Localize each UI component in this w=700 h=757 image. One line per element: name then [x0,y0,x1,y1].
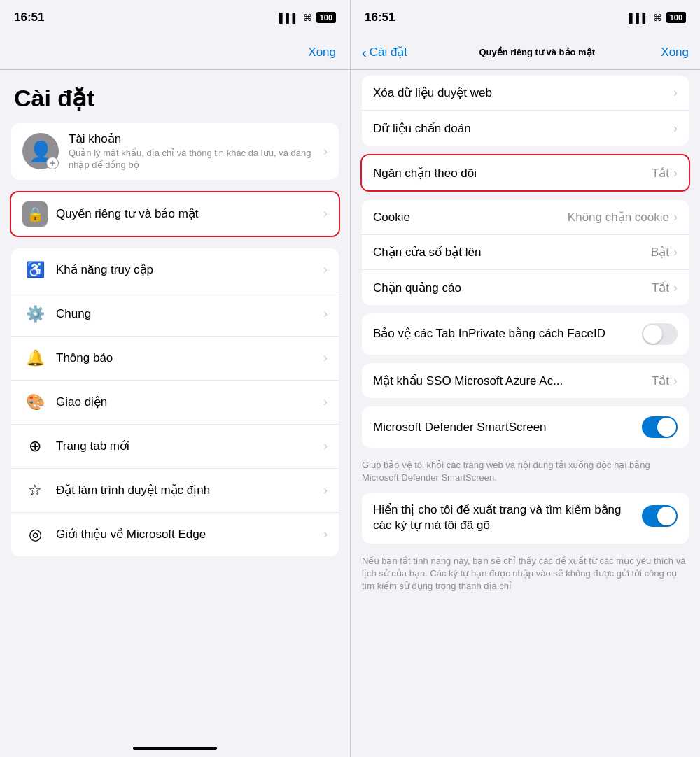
avatar: 👤 + [22,133,59,169]
general-chevron-icon: › [323,306,328,321]
clear-data-label: Xóa dữ liệu duyệt web [373,85,673,100]
bottom-home-indicator [133,747,217,750]
tracking-value: Tắt [652,166,669,181]
diagnostic-chevron-icon: › [673,121,678,136]
accessibility-chevron-icon: › [323,262,328,277]
sso-chevron-icon: › [673,374,678,388]
defender-item: Microsoft Defender SmartScreen [362,406,689,448]
faceid-section: Bảo vệ các Tab InPrivate bằng cách FaceI… [362,313,689,355]
notifications-chevron-icon: › [323,351,328,365]
defender-label: Microsoft Defender SmartScreen [373,420,642,434]
tracking-section-highlighted: Ngăn chặn theo dõi Tắt › [360,154,690,192]
privacy-chevron-icon: › [323,206,328,221]
left-battery-icon: 100 [316,12,336,23]
cookie-section: Cookie Không chặn cookie › Chặn cửa sổ b… [362,200,689,305]
account-section: 👤 + Tài khoản Quản lý mật khẩu, địa chỉ … [11,123,339,180]
edge-icon: ◎ [22,522,48,547]
appearance-label: Giao diện [56,395,318,409]
account-item[interactable]: 👤 + Tài khoản Quản lý mật khẩu, địa chỉ … [11,123,339,180]
popup-label: Chặn cửa sổ bật lên [373,245,651,260]
account-subtitle: Quản lý mật khẩu, địa chỉ và thông tin k… [69,148,318,171]
right-battery-icon: 100 [666,12,686,23]
popup-chevron-icon: › [673,245,678,260]
lock-icon: 🔒 [22,201,48,227]
cookie-value: Không chặn cookie [568,210,669,225]
tracking-chevron-icon: › [673,166,678,181]
left-panel: 16:51 ▌▌▌ ⌘ 100 Xong Cài đặt 👤 + Tài kho… [0,0,350,757]
tracking-item[interactable]: Ngăn chặn theo dõi Tắt › [362,155,689,190]
notifications-item[interactable]: 🔔 Thông báo › [11,337,339,381]
accessibility-item[interactable]: ♿ Khả năng truy cập › [11,248,339,292]
back-chevron-icon: ‹ [362,45,367,59]
diagnostic-item[interactable]: Dữ liệu chẩn đoán › [362,111,689,146]
popup-item[interactable]: Chặn cửa sổ bật lên Bật › [362,235,689,270]
about-item[interactable]: ◎ Giới thiệu về Microsoft Edge › [11,513,339,556]
general-item[interactable]: ⚙️ Chung › [11,292,339,337]
right-time: 16:51 [365,10,395,24]
left-scroll-area: Cài đặt 👤 + Tài khoản Quản lý mật khẩu, … [0,70,350,757]
page-title: Cài đặt [14,84,336,112]
newtab-item[interactable]: ⊕ Trang tab mới › [11,425,339,469]
suggestion-description: Nếu bạn tắt tính năng này, bạn sẽ chỉ th… [351,552,700,602]
accessibility-label: Khả năng truy cập [56,262,318,277]
suggestion-item: Hiển thị cho tôi đề xuất trang và tìm ki… [362,493,689,543]
clear-data-item[interactable]: Xóa dữ liệu duyệt web › [362,76,689,111]
defender-toggle[interactable] [642,416,678,438]
ads-chevron-icon: › [673,281,678,295]
cookie-label: Cookie [373,211,568,225]
tracking-label: Ngăn chặn theo dõi [373,166,652,181]
sso-item[interactable]: Mật khẩu SSO Microsoft Azure Ac... Tắt › [362,363,689,398]
privacy-content: Quyền riêng tư và bảo mật [56,206,318,221]
right-nav-bar: ‹ Cài đặt Quyền riêng tư và bảo mật Xong [351,35,700,70]
back-label: Cài đặt [370,45,407,59]
newtab-chevron-icon: › [323,439,328,453]
defaultbrowser-item[interactable]: ☆ Đặt làm trình duyệt mặc định › [11,469,339,513]
notifications-label: Thông báo [56,351,318,365]
cookie-item[interactable]: Cookie Không chặn cookie › [362,200,689,235]
ads-value: Tắt [652,281,669,295]
right-panel: 16:51 ▌▌▌ ⌘ 100 ‹ Cài đặt Quyền riêng tư… [350,0,700,757]
left-status-bar: 16:51 ▌▌▌ ⌘ 100 [0,0,350,35]
right-scroll-area: Xóa dữ liệu duyệt web › Dữ liệu chẩn đoá… [351,70,700,757]
ads-label: Chặn quảng cáo [373,281,652,295]
privacy-item[interactable]: 🔒 Quyền riêng tư và bảo mật › [11,192,339,236]
toggle-knob [643,325,662,344]
left-done-button[interactable]: Xong [308,45,336,59]
defender-section: Microsoft Defender SmartScreen [362,406,689,448]
left-wifi-icon: ⌘ [303,13,312,23]
bell-icon: 🔔 [22,346,48,371]
accessibility-icon: ♿ [22,257,48,283]
defaultbrowser-label: Đặt làm trình duyệt mặc định [56,483,318,497]
privacy-label: Quyền riêng tư và bảo mật [56,206,318,221]
sso-section: Mật khẩu SSO Microsoft Azure Ac... Tắt › [362,363,689,398]
right-nav-title: Quyền riêng tư và bảo mật [407,47,661,57]
appearance-item[interactable]: 🎨 Giao diện › [11,381,339,425]
right-signal-icon: ▌▌▌ [629,13,649,23]
right-wifi-icon: ⌘ [653,13,662,23]
account-chevron-icon: › [323,144,328,159]
star-icon: ☆ [22,478,48,503]
appearance-content: Giao diện [56,395,318,409]
defender-toggle-knob [657,418,676,437]
about-chevron-icon: › [323,527,328,542]
sso-label: Mật khẩu SSO Microsoft Azure Ac... [373,374,652,388]
left-signal-icon: ▌▌▌ [279,13,299,23]
cookie-chevron-icon: › [673,210,678,225]
about-content: Giới thiệu về Microsoft Edge [56,527,318,542]
top-section: Xóa dữ liệu duyệt web › Dữ liệu chẩn đoá… [362,76,689,146]
general-icon: ⚙️ [22,302,48,327]
diagnostic-label: Dữ liệu chẩn đoán [373,121,673,136]
general-label: Chung [56,307,318,321]
suggestion-section: Hiển thị cho tôi đề xuất trang và tìm ki… [362,493,689,543]
faceid-item: Bảo vệ các Tab InPrivate bằng cách FaceI… [362,313,689,355]
back-button[interactable]: ‹ Cài đặt [362,45,407,59]
suggestion-toggle[interactable] [642,505,678,527]
ads-item[interactable]: Chặn quảng cáo Tắt › [362,270,689,305]
general-content: Chung [56,307,318,321]
right-done-button[interactable]: Xong [661,45,689,59]
right-status-icons: ▌▌▌ ⌘ 100 [629,12,686,23]
faceid-toggle[interactable] [642,323,678,345]
left-time: 16:51 [14,10,44,24]
appearance-icon: 🎨 [22,390,48,415]
page-title-area: Cài đặt [0,70,350,123]
